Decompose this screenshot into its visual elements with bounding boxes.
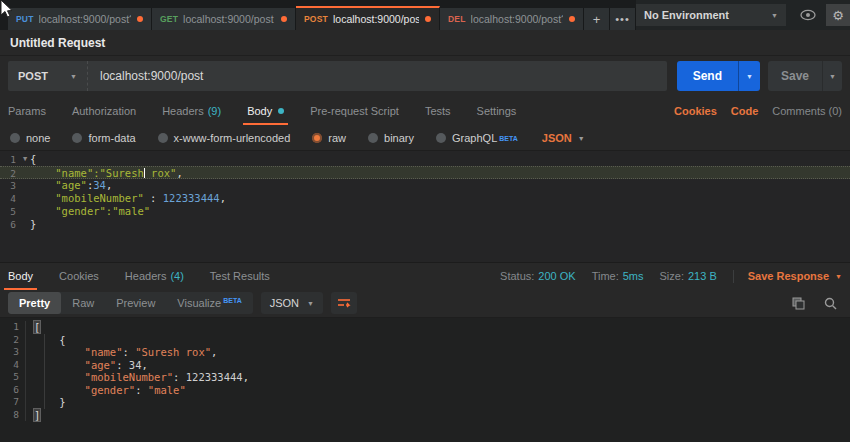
chevron-down-icon: ▼ (70, 73, 77, 80)
gutter-spacer (20, 192, 30, 205)
code-token: , (243, 371, 249, 383)
code-token: "age" (34, 359, 116, 371)
view-pretty[interactable]: Pretty (8, 292, 61, 314)
code-token: { (34, 334, 66, 346)
code-token: 122333444 (163, 192, 220, 204)
size-label: Size: (660, 270, 684, 282)
response-tab-cookies[interactable]: Cookies (59, 261, 99, 291)
send-button-group: Send ▼ (677, 61, 760, 91)
save-options-button[interactable]: ▼ (822, 61, 842, 91)
body-modified-dot-icon (278, 108, 284, 114)
environment-selector[interactable]: No Environment ▼ (636, 4, 786, 26)
tab-label: Pre-request Script (310, 105, 399, 117)
response-section-tabs: Body Cookies Headers (4) Test Results St… (0, 262, 850, 289)
send-button[interactable]: Send (677, 61, 738, 91)
tab-post-request-active[interactable]: POST localhost:9000/post (296, 6, 440, 30)
tab-put-request[interactable]: PUT localhost:9000/post?id=1 (8, 8, 152, 30)
line-number: 1 (0, 321, 26, 334)
code-link[interactable]: Code (731, 105, 759, 117)
environment-quicklook-button[interactable] (796, 4, 820, 26)
tab-method-del: DEL (448, 14, 466, 24)
method-selector[interactable]: POST ▼ (8, 61, 88, 91)
editor-line: 1 ▼ { (0, 153, 850, 166)
bodytype-label: raw (328, 132, 346, 144)
status-meta: Status: 200 OK (500, 270, 576, 282)
response-tab-body[interactable]: Body (8, 261, 33, 291)
new-tab-button[interactable]: + (584, 8, 610, 30)
tab-label: Headers (125, 270, 167, 282)
tab-label: Params (8, 105, 46, 117)
radio-icon (10, 133, 20, 143)
code-token: 34 (93, 179, 106, 191)
url-input[interactable]: localhost:9000/post (88, 61, 667, 91)
save-button[interactable]: Save (768, 61, 822, 91)
search-response-button[interactable] (818, 292, 842, 314)
tab-label: Test Results (210, 270, 270, 282)
tab-method-get: GET (160, 14, 178, 24)
fold-chevron-icon[interactable]: ▼ (20, 153, 30, 166)
radio-icon (158, 133, 168, 143)
bodytype-form-data[interactable]: form-data (72, 132, 135, 144)
view-visualize[interactable]: Visualize BETA (166, 292, 252, 314)
tab-url: localhost:9000/post?id=1 (39, 13, 131, 25)
tab-options-button[interactable]: ••• (610, 8, 636, 30)
environment-label: No Environment (644, 9, 771, 21)
response-format-selector[interactable]: JSON ▼ (261, 292, 323, 314)
unsaved-dot-icon (569, 16, 575, 22)
bodytype-graphql[interactable]: GraphQL BETA (436, 132, 518, 144)
code-token: , (142, 359, 148, 371)
code-token: "name":"Suresh (30, 167, 144, 179)
line-number: 5 (0, 371, 26, 384)
tab-headers[interactable]: Headers (9) (162, 96, 221, 126)
tab-authorization[interactable]: Authorization (72, 96, 136, 126)
tab-label: Authorization (72, 105, 136, 117)
code-token: "mobileNumber" (30, 192, 144, 204)
bodytype-urlencoded[interactable]: x-www-form-urlencoded (158, 132, 291, 144)
view-raw[interactable]: Raw (61, 292, 105, 314)
settings-button[interactable]: ⚙ (826, 4, 850, 26)
copy-response-button[interactable] (786, 292, 810, 314)
divider (733, 270, 734, 283)
gear-icon: ⚙ (832, 8, 844, 23)
response-tab-headers[interactable]: Headers (4) (125, 261, 184, 291)
code-token: "Suresh rox" (135, 346, 211, 358)
tab-label: Tests (425, 105, 451, 117)
body-type-selector: none form-data x-www-form-urlencoded raw… (0, 126, 850, 150)
time-meta: Time: 5ms (592, 270, 644, 282)
cookies-link[interactable]: Cookies (674, 105, 717, 117)
bodytype-none[interactable]: none (10, 132, 50, 144)
size-meta: Size: 213 B (660, 270, 717, 282)
line-number: 8 (0, 409, 26, 422)
tab-tests[interactable]: Tests (425, 96, 451, 126)
code-token: } (34, 396, 66, 408)
code-token: "age" (30, 179, 87, 191)
request-body-editor[interactable]: 1 ▼ { 2 "name":"Suresh rox", 3 "age":34,… (0, 150, 850, 262)
tab-del-request[interactable]: DEL localhost:9000/post?id=1 (440, 8, 584, 30)
code-token: : (144, 192, 163, 204)
comments-link[interactable]: Comments (0) (772, 105, 842, 117)
radio-icon (72, 133, 82, 143)
editor-line: 4 "mobileNumber" : 122333444, (0, 192, 850, 205)
bodytype-raw-selected[interactable]: raw (312, 132, 346, 144)
response-tab-test-results[interactable]: Test Results (210, 261, 270, 291)
response-toolbar: Pretty Raw Preview Visualize BETA JSON ▼ (0, 289, 850, 317)
editor-line-current: 2 "name":"Suresh rox", (0, 166, 850, 179)
tab-prerequest-script[interactable]: Pre-request Script (310, 96, 399, 126)
tab-body[interactable]: Body (247, 96, 284, 126)
view-preview[interactable]: Preview (105, 292, 166, 314)
wrap-lines-button[interactable] (331, 292, 357, 314)
response-body-viewer[interactable]: 1 [ 2 { 3 "name": "Suresh rox", 4 "age":… (0, 317, 850, 442)
beta-badge: BETA (223, 297, 242, 304)
bodytype-label: form-data (88, 132, 135, 144)
bodytype-binary[interactable]: binary (368, 132, 414, 144)
tab-get-request[interactable]: GET localhost:9000/post (152, 8, 296, 30)
tab-params[interactable]: Params (8, 96, 46, 126)
raw-format-selector[interactable]: JSON ▼ (542, 132, 585, 144)
editor-line: 8 ] (0, 409, 850, 422)
bodytype-label: none (26, 132, 50, 144)
send-options-button[interactable]: ▼ (738, 61, 760, 91)
tab-settings[interactable]: Settings (477, 96, 517, 126)
line-number: 3 (0, 179, 20, 192)
save-response-button[interactable]: Save Response ▼ (748, 270, 842, 282)
code-token: "male" (148, 384, 186, 396)
